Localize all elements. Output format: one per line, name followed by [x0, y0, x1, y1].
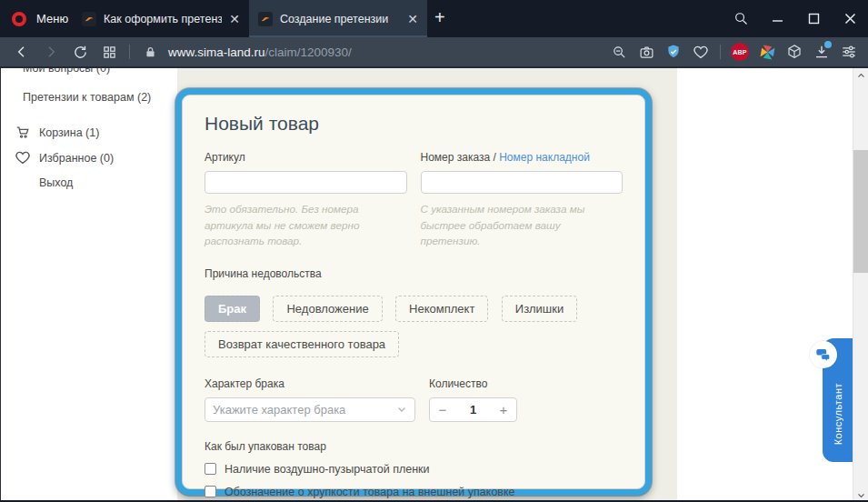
divider: [129, 45, 130, 59]
tab-close-icon[interactable]: ✕: [407, 12, 418, 26]
url-path: /claim/1200930/: [265, 45, 352, 59]
find-in-page-icon[interactable]: [607, 40, 631, 64]
quantity-increase-button[interactable]: +: [491, 402, 516, 417]
articul-hint: Это обязательно. Без номера артикула мы …: [205, 201, 407, 249]
scroll-up-icon[interactable]: [853, 68, 868, 83]
order-label-separator: /: [490, 151, 499, 164]
extension-pinwheel-icon[interactable]: [755, 40, 779, 64]
adblock-plus-icon[interactable]: ABP: [728, 40, 752, 64]
order-label-text: Номер заказа: [421, 151, 491, 164]
quantity-stepper: − 1 +: [429, 397, 517, 422]
quantity-decrease-button[interactable]: −: [430, 402, 455, 417]
checkbox-icon[interactable]: [205, 463, 216, 475]
articul-input[interactable]: [205, 171, 407, 194]
new-tab-button[interactable]: +: [434, 0, 445, 37]
tab-title: Создание претензии: [280, 13, 400, 25]
url-domain: www.sima-land.ru: [168, 45, 265, 59]
consultant-button[interactable]: Консультант: [823, 338, 853, 462]
order-number-input[interactable]: [421, 171, 624, 194]
articul-label: Артикул: [205, 151, 407, 164]
sidebar-item-favorites[interactable]: Избранное (0): [39, 152, 114, 165]
lock-icon[interactable]: [138, 40, 162, 64]
scrollbar-thumb[interactable]: [853, 150, 868, 273]
address-bar: www.sima-land.ru/claim/1200930/: [0, 37, 868, 68]
checkbox-icon[interactable]: [205, 486, 216, 497]
defect-type-placeholder: Укажите характер брака: [213, 403, 396, 417]
sidebar-item-my-questions[interactable]: Мои вопросы (0): [23, 68, 110, 75]
tab-close-icon[interactable]: ✕: [229, 12, 240, 26]
sidebar-item-cart[interactable]: Корзина (1): [39, 126, 99, 139]
checkbox-label: Обозначение о хрупкости товара на внешне…: [224, 486, 515, 498]
minimize-button[interactable]: [759, 0, 795, 37]
forward-icon[interactable]: [39, 40, 63, 64]
quantity-label: Количество: [429, 377, 623, 390]
bookmark-heart-icon[interactable]: [689, 40, 713, 64]
order-hint: С указанным номером заказа мы быстрее об…: [421, 201, 624, 249]
maximize-button[interactable]: [795, 0, 832, 37]
tab-create-claim[interactable]: Создание претензии ✕: [249, 0, 427, 37]
close-button[interactable]: [832, 0, 868, 37]
reason-button-incomplete[interactable]: Некомплект: [395, 296, 488, 322]
sima-land-favicon: [82, 12, 96, 26]
download-badge: [824, 41, 832, 48]
tab-bar: Меню Как оформить претензию ✕ Создание п…: [0, 0, 868, 37]
speed-dial-grid-icon[interactable]: [97, 40, 121, 64]
opera-logo-icon[interactable]: [12, 12, 26, 26]
reason-button-defect[interactable]: Брак: [205, 296, 260, 322]
order-number-label: Номер заказа / Номер накладной: [421, 151, 624, 164]
browser-window: Меню Как оформить претензию ✕ Создание п…: [0, 0, 868, 502]
tab-how-to-file-claim[interactable]: Как оформить претензию ✕: [73, 0, 249, 37]
search-icon[interactable]: [723, 0, 759, 37]
sidebar-item-claims[interactable]: Претензии к товарам (2): [23, 91, 151, 104]
downloads-icon[interactable]: [810, 40, 833, 64]
vpn-shield-icon[interactable]: [662, 40, 685, 64]
page-content: Мои вопросы (0) Претензии к товарам (2) …: [0, 68, 868, 502]
chat-bubbles-icon: [810, 341, 837, 368]
defect-type-label: Характер брака: [205, 377, 415, 390]
extension-cube-icon[interactable]: [783, 40, 806, 64]
easy-setup-tune-icon[interactable]: [837, 40, 861, 64]
new-item-claim-form: Новый товар Артикул Это обязательно. Без…: [175, 88, 652, 496]
divider: [720, 45, 721, 59]
consultant-label: Консультант: [833, 383, 843, 445]
reason-button-return-good-item[interactable]: Возврат качественного товара: [205, 331, 399, 357]
snapshot-camera-icon[interactable]: [634, 40, 658, 64]
browser-menu-button[interactable]: Меню: [36, 0, 68, 37]
invoice-number-link[interactable]: Номер накладной: [499, 151, 590, 164]
reason-button-missing-item[interactable]: Недовложение: [273, 296, 382, 322]
window-edge: [0, 68, 1, 502]
reason-button-surplus[interactable]: Излишки: [502, 296, 577, 322]
back-icon[interactable]: [10, 40, 34, 64]
vertical-scrollbar[interactable]: [853, 68, 868, 502]
packaging-option-fragile-marking[interactable]: Обозначение о хрупкости товара на внешне…: [205, 486, 623, 498]
sima-land-favicon: [258, 12, 273, 26]
packaging-label: Как был упакован товар: [205, 440, 623, 453]
favorites-heart-icon: [15, 149, 30, 165]
packaging-option-bubble-wrap[interactable]: Наличие воздушно-пузырчатой пленки: [205, 463, 623, 476]
checkbox-label: Наличие воздушно-пузырчатой пленки: [224, 463, 430, 476]
sidebar-item-logout[interactable]: Выход: [39, 176, 73, 189]
form-title: Новый товар: [205, 113, 623, 135]
defect-type-select[interactable]: Укажите характер брака: [205, 397, 415, 422]
claim-page-column: Новый товар Артикул Это обязательно. Без…: [177, 68, 677, 502]
chevron-down-icon: [396, 404, 407, 415]
tab-title: Как оформить претензию: [104, 13, 222, 25]
reload-icon[interactable]: [68, 40, 92, 64]
reason-label: Причина недовольства: [205, 267, 623, 280]
cart-icon: [15, 125, 31, 140]
quantity-value: 1: [455, 403, 491, 417]
abp-badge: ABP: [731, 43, 749, 61]
url-field[interactable]: www.sima-land.ru/claim/1200930/: [168, 45, 352, 59]
